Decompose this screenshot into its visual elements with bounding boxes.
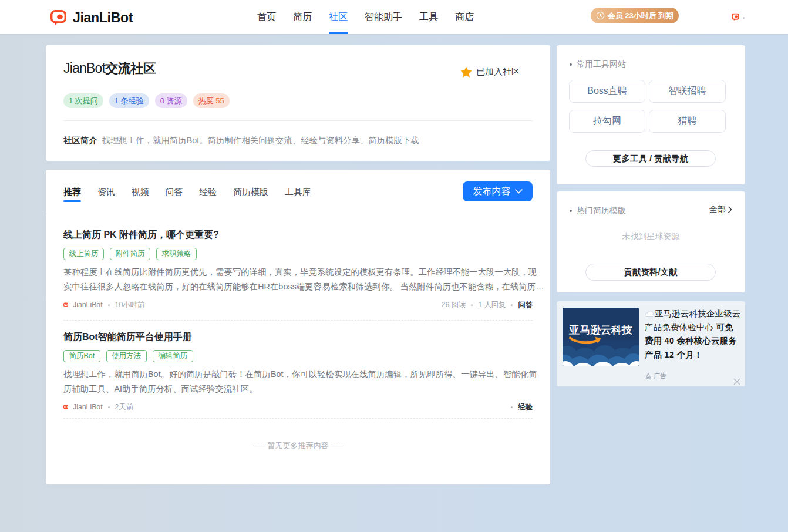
svg-text:亚马逊云科技: 亚马逊云科技 <box>568 324 632 336</box>
